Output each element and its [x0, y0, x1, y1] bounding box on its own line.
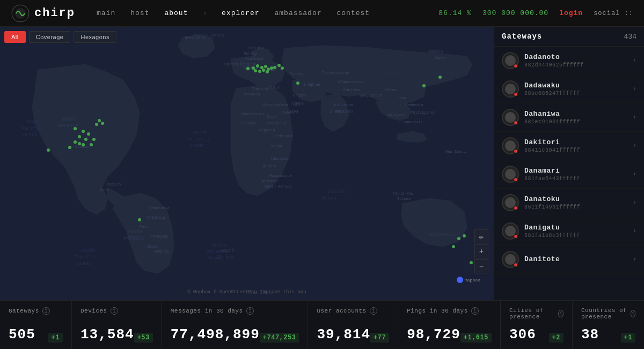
svg-point-94 [262, 69, 265, 72]
map-btn-coverage[interactable]: Coverage [29, 31, 71, 43]
nav-explorer[interactable]: explorer [222, 9, 259, 17]
svg-text:Ocean: Ocean [322, 196, 336, 201]
gateway-avatar [502, 166, 519, 183]
svg-point-117 [470, 261, 473, 264]
svg-text:Iran: Iran [311, 83, 320, 87]
stat-bottom: 505 +1 [9, 326, 63, 343]
gateway-name: Dadawaku [524, 81, 627, 90]
stat-header: Gateways i [9, 307, 63, 315]
svg-text:Mauritania: Mauritania [241, 112, 264, 116]
stat-item: Pings in 30 days i 98,729 +1,615 [398, 301, 501, 349]
svg-text:Ocean: Ocean [189, 143, 204, 148]
nav-contest[interactable]: contest [337, 9, 370, 17]
svg-text:Greece: Greece [293, 93, 306, 98]
svg-point-116 [452, 245, 455, 248]
svg-text:Bangladesh: Bangladesh [360, 93, 382, 98]
social-link[interactable]: social :: [594, 10, 633, 17]
status-dot [514, 64, 518, 68]
svg-point-99 [98, 119, 101, 122]
gateway-arrow: › [633, 142, 636, 150]
gateway-name: Danatoku [524, 195, 627, 203]
nav-host[interactable]: host [130, 9, 149, 17]
svg-point-114 [457, 237, 460, 240]
stat-info-icon[interactable]: i [246, 307, 254, 315]
svg-text:United Kingdom: United Kingdom [224, 62, 256, 66]
stat-info-icon[interactable]: i [370, 307, 377, 315]
map-btn-all[interactable]: All [4, 31, 26, 43]
nav-ambassador[interactable]: ambassador [275, 9, 322, 17]
gateway-name: Danamari [524, 167, 627, 175]
login-button[interactable]: login [559, 9, 583, 17]
map-attribution[interactable]: © Mapbox © OpenStreetMap Improve this ma… [187, 289, 306, 295]
gateway-item[interactable]: Dadawaku 88be085247ffffff › [494, 75, 644, 103]
stat-value: 38 [581, 326, 599, 343]
stat-item: Countries of presence i 38 +1 [573, 301, 644, 349]
main-nav: main host about › explorer ambassador co… [97, 9, 438, 17]
nav-main[interactable]: main [97, 9, 115, 17]
gateway-item[interactable]: Danigatu 881fa1b8e3ffffff › [494, 217, 644, 246]
stat-info-icon[interactable]: i [111, 307, 118, 315]
stat-info-icon[interactable]: i [42, 307, 50, 315]
gateway-item[interactable]: Dakitori 88411c3041ffffff › [494, 132, 644, 160]
gateway-info: Danatoku 8611f149b1ffffff [524, 195, 627, 210]
svg-text:Atlantic: Atlantic [188, 137, 211, 142]
gateway-item[interactable]: Danamari 881fae6443ffffff › [494, 160, 644, 189]
svg-text:China: China [385, 88, 397, 92]
gateway-item[interactable]: Danitote › [494, 246, 644, 274]
svg-text:Japan: Japan [435, 56, 446, 60]
svg-text:India: India [330, 109, 341, 114]
map-btn-hexagons[interactable]: Hexagons [74, 31, 116, 43]
svg-text:Tanzania: Tanzania [270, 157, 289, 161]
gateway-item[interactable]: Dahaniwa 881ec91031ffffff › [494, 103, 644, 132]
gateway-arrow: › [633, 256, 636, 263]
status-dot [514, 206, 518, 210]
svg-text:Colombia: Colombia [147, 216, 165, 220]
stat-header: Pings in 30 days i [407, 307, 492, 315]
stat-delta: +2 [549, 333, 564, 343]
gateway-info: Danigatu 881fa1b8e3ffffff [524, 224, 627, 239]
svg-text:Nigeria: Nigeria [259, 128, 275, 132]
svg-point-110 [78, 142, 81, 145]
logo: chirp [11, 4, 75, 23]
stat-value: 98,729 [407, 326, 460, 343]
svg-text:Peru: Peru [140, 225, 149, 229]
svg-text:Papua New: Papua New [393, 191, 414, 196]
stat-value: 13,584 [80, 326, 134, 343]
stat-label: Devices [80, 308, 107, 314]
map-pencil-btn[interactable]: ✏ [474, 229, 488, 243]
map-zoom-out-btn[interactable]: − [474, 259, 488, 273]
stat-info-icon[interactable]: i [558, 310, 564, 317]
stat-header: Countries of presence i [581, 307, 635, 320]
svg-text:South: South [220, 248, 235, 254]
map-zoom-in-btn[interactable]: + [474, 244, 488, 258]
gateway-id: 882d4440625ffffff [524, 62, 627, 68]
svg-text:Venezuela: Venezuela [149, 206, 170, 210]
svg-point-122 [457, 277, 463, 283]
world-map[interactable]: North Pacific Ocean North Atlantic Ocean… [0, 27, 494, 300]
stat-item: Devices i 13,584 +53 [72, 301, 162, 349]
gateway-item[interactable]: Dadanoto 882d4440625ffffff › [494, 47, 644, 75]
gateway-id: 881ec91031ffffff [524, 119, 627, 125]
svg-text:Malaysia: Malaysia [387, 113, 406, 117]
svg-text:SOUTH: SOUTH [128, 229, 142, 235]
svg-text:Sri Lanka: Sri Lanka [333, 103, 353, 107]
stat-item: Messages in 30 days i 77,498,899 +747,25… [162, 301, 309, 349]
svg-text:Pacific: Pacific [21, 126, 42, 131]
svg-text:Laos: Laos [397, 96, 406, 100]
status-dot [514, 263, 518, 267]
gateway-info: Dadanoto 882d4440625ffffff [524, 53, 627, 68]
stat-delta: +1 [621, 333, 635, 343]
stat-info-icon[interactable]: i [471, 307, 479, 315]
mapbox-logo: mapbox [456, 276, 488, 285]
svg-point-106 [84, 138, 87, 141]
gateway-id: 881fa1b8e3ffffff [524, 233, 627, 239]
gateway-arrow: › [633, 199, 636, 206]
stat-header: User accounts i [317, 307, 389, 315]
map-controls: All Coverage Hexagons [4, 31, 116, 43]
gateway-avatar [502, 109, 519, 126]
stat-info-icon[interactable]: i [631, 310, 635, 317]
nav-about[interactable]: about [164, 9, 188, 17]
stat-label: User accounts [317, 308, 366, 314]
gateway-item[interactable]: Danatoku 8611f149b1ffffff › [494, 189, 644, 217]
svg-point-120 [296, 81, 299, 85]
